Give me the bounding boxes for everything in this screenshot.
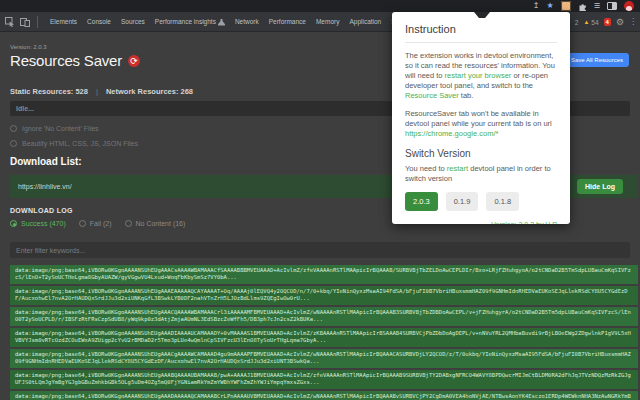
- filter-keywords-input[interactable]: [10, 242, 630, 258]
- menu-lines-icon[interactable]: ☰: [594, 2, 600, 10]
- warning-triangle-icon: ▲: [583, 19, 589, 25]
- restart-link[interactable]: restart: [447, 164, 468, 173]
- checkbox-circle-icon: [10, 125, 17, 132]
- resource-saver-link[interactable]: Resource Saver: [405, 91, 459, 100]
- radio-success[interactable]: Success (470): [10, 220, 66, 227]
- chrome-store-url-link[interactable]: https://chrome.google.com/*: [405, 129, 498, 138]
- tab-network[interactable]: Network: [230, 12, 264, 31]
- log-filter-radios: Success (470) Fail (2) No Content (16): [10, 220, 185, 227]
- sidebar-icon[interactable]: [607, 2, 617, 10]
- toolbar-divider: [37, 16, 38, 28]
- download-log-list: data:image/png;base64,iVBORw0KGgoAAAANSU…: [10, 265, 638, 400]
- popup-divider: [405, 42, 557, 43]
- resource-stats: Static Resources: 528 | Network Resource…: [10, 87, 193, 96]
- log-row: data:image/png;base64,iVBORw0KGgoAAAANSU…: [10, 286, 638, 305]
- experiment-flask-icon: [218, 18, 225, 26]
- inspect-element-icon[interactable]: [5, 17, 15, 27]
- log-row: data:image/png;base64,iVBORw0KGgoAAAANSU…: [10, 349, 638, 368]
- resource-saver-extension-icon[interactable]: [561, 1, 571, 11]
- popup-paragraph-1: The extension works in devtool environme…: [405, 51, 557, 101]
- more-options-icon[interactable]: ⋮: [629, 18, 637, 26]
- profile-avatar[interactable]: [624, 1, 634, 11]
- warnings-indicator[interactable]: ▲ 54: [583, 19, 598, 26]
- radio-icon: [10, 220, 17, 227]
- tab-application[interactable]: Application: [344, 12, 386, 31]
- log-row: data:image/png;base64,iVBORw0KGgoAAAANSU…: [10, 328, 638, 347]
- extensions-puzzle-icon[interactable]: [578, 2, 587, 11]
- log-row: data:image/png;base64,iVBORw0KGgoAAAANSU…: [10, 265, 638, 284]
- popup-title: Instruction: [405, 23, 557, 35]
- refresh-icon[interactable]: ⟳: [128, 55, 140, 67]
- tab-performance[interactable]: Performance: [264, 12, 311, 31]
- tab-sources[interactable]: Sources: [116, 12, 150, 31]
- static-resources-count: Static Resources: 528: [10, 87, 88, 96]
- stats-divider: |: [96, 87, 98, 96]
- popup-footer-version: Version: 2.0.3 by U.P: [405, 221, 557, 224]
- checkbox-circle-icon: [10, 140, 17, 147]
- log-row: data:image/png;base64,iVBORw0KGgoAAAANSU…: [10, 391, 638, 400]
- radio-no-content[interactable]: No Content (16): [125, 220, 186, 227]
- download-url: https://linhlive.vn/: [18, 183, 72, 190]
- version-label: Version: 2.0.3: [10, 44, 47, 50]
- popup-anchor-notch: [474, 12, 490, 18]
- hide-log-button[interactable]: Hide Log: [577, 179, 623, 194]
- version-button-0-1-8[interactable]: 0.1.8: [486, 192, 519, 211]
- log-row: data:image/png;base64,iVBORw0KGgoAAAANSU…: [10, 370, 638, 389]
- tab-memory[interactable]: Memory: [311, 12, 344, 31]
- tab-performance-insights[interactable]: Performance insights: [150, 12, 230, 31]
- download-log-heading: DOWNLOAD LOG: [10, 207, 73, 214]
- popup-paragraph-2: ResourceSaver tab won't be available in …: [405, 109, 557, 139]
- checkbox-label: Beautify HTML, CSS, JS, JSON Files: [22, 140, 138, 147]
- popup-paragraph-3: You need to restart devtool panel in ord…: [405, 164, 557, 184]
- save-all-resources-button[interactable]: Save All Resources: [565, 53, 629, 67]
- radio-icon: [125, 220, 132, 227]
- page-title: Resources Saver: [10, 52, 122, 69]
- console-message-count[interactable]: 2: [575, 19, 579, 26]
- radio-icon: [79, 220, 86, 227]
- restart-browser-link[interactable]: restart your browser: [445, 71, 512, 80]
- version-button-0-1-9[interactable]: 0.1.9: [446, 192, 479, 211]
- tab-elements[interactable]: Elements: [45, 12, 82, 31]
- log-row: data:image/png;base64,iVBORw0KGgoAAAANSU…: [10, 307, 638, 326]
- errors-badge[interactable]: 4: [604, 18, 611, 26]
- checkbox-beautify-files[interactable]: Beautify HTML, CSS, JS, JSON Files: [10, 140, 138, 147]
- tab-console[interactable]: Console: [82, 12, 116, 31]
- bookmark-star-icon[interactable]: ★: [547, 2, 554, 10]
- version-buttons: 2.0.3 0.1.9 0.1.8: [405, 192, 557, 211]
- browser-toolbar-icons: ↥ ★ ☰: [533, 0, 634, 12]
- switch-version-heading: Switch Version: [405, 148, 557, 159]
- device-toolbar-icon[interactable]: [20, 17, 30, 27]
- download-list-heading: Download List:: [10, 156, 82, 167]
- instruction-popup: Instruction The extension works in devto…: [392, 12, 570, 224]
- settings-gear-icon[interactable]: ⚙: [616, 18, 624, 27]
- version-button-2-0-3[interactable]: 2.0.3: [405, 192, 438, 211]
- browser-chrome-bar: ↥ ★ ☰: [0, 0, 640, 12]
- radio-fail[interactable]: Fail (2): [79, 220, 112, 227]
- network-resources-count: Network Resources: 268: [106, 87, 193, 96]
- checkbox-label: Ignore 'No Content' Files: [22, 125, 99, 132]
- share-icon[interactable]: ↥: [533, 2, 540, 10]
- checkbox-ignore-no-content[interactable]: Ignore 'No Content' Files: [10, 125, 99, 132]
